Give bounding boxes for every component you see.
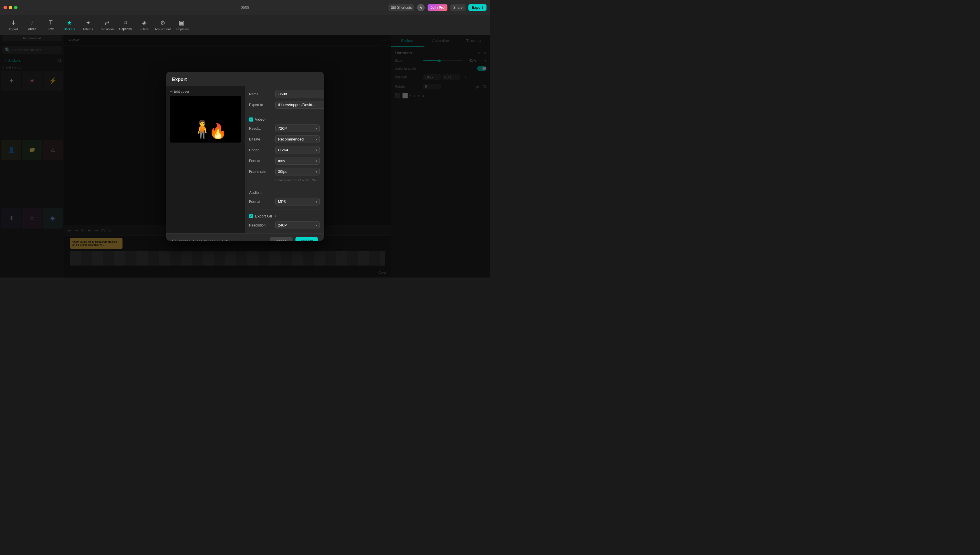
text-icon: T [49, 19, 53, 26]
join-pro-button[interactable]: Join Pro [427, 4, 447, 11]
stickers-tool[interactable]: ★ Stickers [61, 16, 78, 34]
adjustment-tool[interactable]: ⚙ Adjustment [154, 16, 172, 34]
dialog-header: Export [166, 72, 324, 86]
dialog-settings: Name Export to 📁 ✓ [245, 86, 324, 233]
export-top-button[interactable]: Export [468, 4, 487, 11]
text-tool[interactable]: T Text [42, 16, 59, 34]
preview-thumbnail: 🧍 🔥 [170, 96, 241, 143]
divider-1 [249, 113, 320, 113]
codec-label: Codec [249, 148, 275, 152]
gif-resolution-select[interactable]: 240P 480P 720P [275, 221, 320, 229]
export-to-row: Export to 📁 [249, 101, 320, 109]
codec-select-wrapper: H.264 H.265 ProRes [275, 146, 320, 154]
transitions-tool[interactable]: ⇄ Transitions [98, 16, 116, 34]
name-row: Name [249, 90, 320, 98]
bitrate-select-wrapper: Recommended Low Medium High [275, 135, 320, 143]
audio-format-row: Format MP3 AAC [249, 197, 320, 205]
gif-section-label: Export GIF [255, 214, 273, 218]
top-right-controls: ⌨ Shortcuts A Join Pro Share Export [389, 4, 487, 11]
dialog-footer: 🎞 Duration: 17s | Size: about 51 MB Canc… [166, 233, 324, 241]
text-label: Text [48, 27, 54, 30]
video-section-label: Video [255, 117, 265, 122]
video-file-icon: 🎞 [172, 239, 175, 241]
toolbar: ⬇ Import ♪ Audio T Text ★ Stickers ✦ Eff… [0, 15, 490, 35]
avatar[interactable]: A [417, 4, 425, 11]
gif-resolution-select-wrapper: 240P 480P 720P [275, 221, 320, 229]
filters-tool[interactable]: ◈ Filters [135, 16, 153, 34]
codec-row: Codec H.264 H.265 ProRes [249, 146, 320, 154]
edit-cover-button[interactable]: ✏ Edit cover [170, 90, 241, 93]
export-to-label: Export to [249, 103, 275, 107]
transitions-label: Transitions [99, 27, 114, 31]
framerate-row: Frame rate 24fps 30fps 60fps [249, 168, 320, 175]
effects-label: Effects [83, 27, 93, 31]
footer-info: 🎞 Duration: 17s | Size: about 51 MB [172, 239, 267, 241]
flame-figure: 🔥 [209, 123, 227, 140]
filters-icon: ◈ [142, 19, 146, 26]
resolution-select[interactable]: 720P 1080P 4K [275, 125, 320, 132]
shortcuts-button[interactable]: ⌨ Shortcuts [389, 4, 414, 11]
templates-icon: ▣ [179, 19, 184, 26]
adjustment-label: Adjustment [154, 27, 170, 31]
effects-icon: ✦ [86, 19, 91, 26]
gif-section-header: ✓ Export GIF ℹ [249, 214, 320, 218]
export-to-input[interactable] [278, 101, 324, 108]
export-overlay: Export ✏ Edit cover 🧍 🔥 [0, 35, 490, 278]
audio-section-label: Audio [249, 190, 259, 195]
dialog-preview: ✏ Edit cover 🧍 🔥 [166, 86, 245, 233]
color-space-label: Color space: SDR – Rec.709 [275, 178, 320, 182]
framerate-select[interactable]: 24fps 30fps 60fps [275, 168, 320, 175]
video-section-header: ✓ Video ℹ [249, 117, 320, 122]
gif-checkbox[interactable]: ✓ [249, 214, 253, 218]
audio-format-select-wrapper: MP3 AAC [275, 197, 320, 205]
audio-tool[interactable]: ♪ Audio [23, 16, 41, 34]
audio-format-select[interactable]: MP3 AAC [275, 197, 320, 205]
stickers-label: Stickers [64, 27, 75, 31]
video-checkbox[interactable]: ✓ [249, 117, 253, 122]
edit-cover-label: Edit cover [174, 90, 189, 93]
import-tool[interactable]: ⬇ Import [5, 16, 22, 34]
shortcuts-label: Shortcuts [397, 6, 412, 10]
captions-tool[interactable]: ⌗ Captions [117, 16, 134, 34]
transitions-icon: ⇄ [104, 19, 109, 26]
captions-label: Captions [119, 27, 132, 30]
cancel-button[interactable]: Cancel [270, 237, 292, 241]
format-select-wrapper: mov mp4 avi [275, 157, 320, 165]
minimize-button[interactable] [9, 6, 12, 9]
export-button[interactable]: Export [296, 237, 318, 241]
templates-tool[interactable]: ▣ Templates [173, 16, 190, 34]
name-input[interactable] [275, 90, 324, 98]
top-bar: 0508 ⌨ Shortcuts A Join Pro Share Export [0, 0, 490, 15]
effects-tool[interactable]: ✦ Effects [79, 16, 97, 34]
format-select[interactable]: mov mp4 avi [275, 157, 320, 165]
close-button[interactable] [3, 6, 7, 9]
divider-3 [249, 210, 320, 210]
resolution-row: Resol... 720P 1080P 4K [249, 125, 320, 132]
import-icon: ⬇ [11, 19, 16, 26]
dialog-title: Export [172, 77, 187, 82]
audio-section-header: Audio ℹ [249, 190, 320, 195]
bitrate-row: Bit rate Recommended Low Medium High [249, 135, 320, 143]
audio-label: Audio [28, 27, 36, 30]
templates-label: Templates [174, 27, 189, 31]
bitrate-select[interactable]: Recommended Low Medium High [275, 135, 320, 143]
resolution-select-wrapper: 720P 1080P 4K [275, 125, 320, 132]
main-layout: AI generated 🔍 < Stickers All Brand stic… [0, 35, 490, 278]
gif-resolution-row: Resolution 240P 480P 720P [249, 221, 320, 229]
export-to-input-wrapper: 📁 [275, 101, 324, 109]
bitrate-label: Bit rate [249, 137, 275, 141]
audio-icon: ♪ [31, 19, 34, 26]
video-info-icon: ℹ [266, 117, 267, 121]
keyboard-icon: ⌨ [391, 6, 396, 10]
share-button[interactable]: Share [450, 4, 466, 11]
codec-select[interactable]: H.264 H.265 ProRes [275, 146, 320, 154]
framerate-label: Frame rate [249, 170, 275, 174]
gif-resolution-label: Resolution [249, 223, 275, 227]
maximize-button[interactable] [14, 6, 18, 9]
import-label: Import [9, 27, 18, 31]
adjustment-icon: ⚙ [160, 19, 165, 26]
gif-info-icon: ℹ [275, 214, 276, 218]
name-label: Name [249, 92, 275, 96]
duration-size-label: Duration: 17s | Size: about 51 MB [177, 239, 230, 241]
audio-format-label: Format [249, 200, 275, 204]
